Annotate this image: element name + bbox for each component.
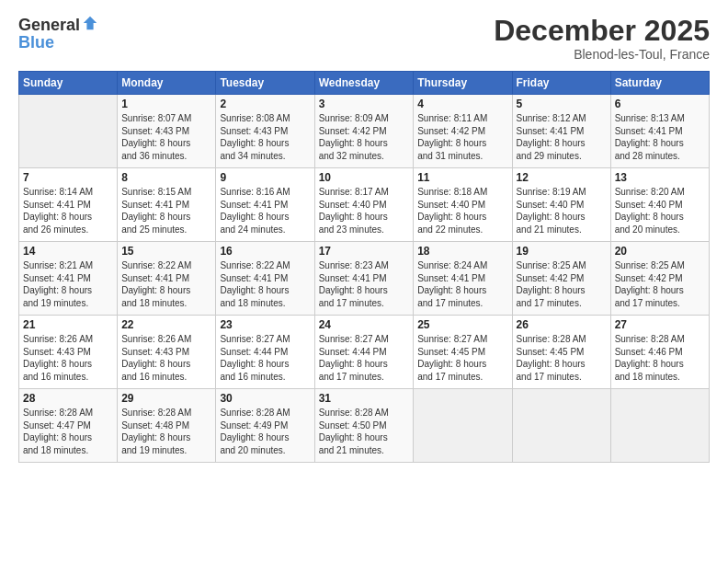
day-info: Sunrise: 8:27 AMSunset: 4:45 PMDaylight:… — [417, 333, 507, 383]
week-row-1: 7Sunrise: 8:14 AMSunset: 4:41 PMDaylight… — [19, 168, 710, 242]
week-row-2: 14Sunrise: 8:21 AMSunset: 4:41 PMDayligh… — [19, 242, 710, 316]
day-number: 13 — [615, 171, 705, 184]
calendar-cell — [19, 95, 118, 168]
day-number: 28 — [23, 392, 113, 405]
day-info: Sunrise: 8:28 AMSunset: 4:45 PMDaylight:… — [517, 333, 607, 383]
day-number: 29 — [121, 392, 211, 405]
calendar-cell: 13Sunrise: 8:20 AMSunset: 4:40 PMDayligh… — [610, 168, 709, 242]
day-number: 22 — [121, 318, 211, 331]
day-number: 2 — [220, 98, 310, 110]
logo: General Blue — [18, 15, 98, 52]
calendar-cell: 1Sunrise: 8:07 AMSunset: 4:43 PMDaylight… — [118, 95, 216, 168]
weekday-monday: Monday — [118, 72, 216, 95]
day-info: Sunrise: 8:28 AMSunset: 4:48 PMDaylight:… — [121, 407, 211, 456]
week-row-4: 28Sunrise: 8:28 AMSunset: 4:47 PMDayligh… — [19, 389, 710, 463]
day-info: Sunrise: 8:14 AMSunset: 4:41 PMDaylight:… — [23, 186, 113, 236]
day-number: 3 — [319, 98, 410, 110]
calendar-cell: 25Sunrise: 8:27 AMSunset: 4:45 PMDayligh… — [414, 316, 512, 389]
day-info: Sunrise: 8:08 AMSunset: 4:43 PMDaylight:… — [220, 112, 310, 162]
day-number: 16 — [220, 245, 310, 258]
day-number: 31 — [319, 392, 410, 405]
day-number: 12 — [517, 171, 607, 184]
weekday-friday: Friday — [512, 72, 610, 95]
day-info: Sunrise: 8:23 AMSunset: 4:41 PMDaylight:… — [319, 259, 410, 309]
calendar-cell: 18Sunrise: 8:24 AMSunset: 4:41 PMDayligh… — [414, 242, 512, 316]
day-info: Sunrise: 8:28 AMSunset: 4:49 PMDaylight:… — [220, 407, 310, 456]
svg-marker-0 — [84, 17, 97, 29]
calendar-cell: 22Sunrise: 8:26 AMSunset: 4:43 PMDayligh… — [118, 316, 216, 389]
calendar-cell: 14Sunrise: 8:21 AMSunset: 4:41 PMDayligh… — [19, 242, 118, 316]
calendar-cell: 8Sunrise: 8:15 AMSunset: 4:41 PMDaylight… — [118, 168, 216, 242]
day-info: Sunrise: 8:26 AMSunset: 4:43 PMDaylight:… — [121, 333, 211, 383]
calendar-cell: 7Sunrise: 8:14 AMSunset: 4:41 PMDaylight… — [19, 168, 118, 242]
calendar-cell: 4Sunrise: 8:11 AMSunset: 4:42 PMDaylight… — [414, 95, 512, 168]
day-number: 30 — [220, 392, 310, 405]
calendar-cell: 21Sunrise: 8:26 AMSunset: 4:43 PMDayligh… — [19, 316, 118, 389]
weekday-sunday: Sunday — [19, 72, 118, 95]
weekday-header-row: SundayMondayTuesdayWednesdayThursdayFrid… — [19, 72, 710, 95]
location: Blenod-les-Toul, France — [494, 47, 710, 62]
calendar-cell: 10Sunrise: 8:17 AMSunset: 4:40 PMDayligh… — [314, 168, 414, 242]
page: General Blue December 2025 Blenod-les-To… — [0, 0, 728, 563]
header: General Blue December 2025 Blenod-les-To… — [18, 15, 710, 62]
day-number: 25 — [417, 318, 507, 331]
day-info: Sunrise: 8:22 AMSunset: 4:41 PMDaylight:… — [220, 259, 310, 309]
day-number: 20 — [615, 245, 705, 258]
day-info: Sunrise: 8:24 AMSunset: 4:41 PMDaylight:… — [417, 259, 507, 309]
day-info: Sunrise: 8:27 AMSunset: 4:44 PMDaylight:… — [220, 333, 310, 383]
calendar-cell: 2Sunrise: 8:08 AMSunset: 4:43 PMDaylight… — [216, 95, 314, 168]
day-info: Sunrise: 8:07 AMSunset: 4:43 PMDaylight:… — [121, 112, 211, 162]
calendar-cell: 19Sunrise: 8:25 AMSunset: 4:42 PMDayligh… — [512, 242, 610, 316]
day-info: Sunrise: 8:15 AMSunset: 4:41 PMDaylight:… — [121, 186, 211, 236]
weekday-saturday: Saturday — [610, 72, 709, 95]
day-info: Sunrise: 8:26 AMSunset: 4:43 PMDaylight:… — [23, 333, 113, 383]
weekday-thursday: Thursday — [414, 72, 512, 95]
calendar-cell: 26Sunrise: 8:28 AMSunset: 4:45 PMDayligh… — [512, 316, 610, 389]
day-number: 23 — [220, 318, 310, 331]
day-info: Sunrise: 8:09 AMSunset: 4:42 PMDaylight:… — [319, 112, 410, 162]
calendar-cell: 9Sunrise: 8:16 AMSunset: 4:41 PMDaylight… — [216, 168, 314, 242]
day-number: 24 — [319, 318, 410, 331]
calendar-cell: 29Sunrise: 8:28 AMSunset: 4:48 PMDayligh… — [118, 389, 216, 463]
day-number: 4 — [417, 98, 507, 110]
day-info: Sunrise: 8:20 AMSunset: 4:40 PMDaylight:… — [615, 186, 705, 236]
day-info: Sunrise: 8:25 AMSunset: 4:42 PMDaylight:… — [517, 259, 607, 309]
calendar-cell: 6Sunrise: 8:13 AMSunset: 4:41 PMDaylight… — [610, 95, 709, 168]
week-row-3: 21Sunrise: 8:26 AMSunset: 4:43 PMDayligh… — [19, 316, 710, 389]
calendar-cell: 27Sunrise: 8:28 AMSunset: 4:46 PMDayligh… — [610, 316, 709, 389]
day-number: 5 — [517, 98, 607, 110]
calendar-cell: 15Sunrise: 8:22 AMSunset: 4:41 PMDayligh… — [118, 242, 216, 316]
day-info: Sunrise: 8:28 AMSunset: 4:50 PMDaylight:… — [319, 407, 410, 456]
calendar-cell — [512, 389, 610, 463]
calendar-cell: 31Sunrise: 8:28 AMSunset: 4:50 PMDayligh… — [314, 389, 414, 463]
day-number: 14 — [23, 245, 113, 258]
day-info: Sunrise: 8:25 AMSunset: 4:42 PMDaylight:… — [615, 259, 705, 309]
day-info: Sunrise: 8:21 AMSunset: 4:41 PMDaylight:… — [23, 259, 113, 309]
day-number: 19 — [517, 245, 607, 258]
logo-general-text: General — [18, 17, 80, 33]
day-info: Sunrise: 8:28 AMSunset: 4:47 PMDaylight:… — [23, 407, 113, 456]
calendar-cell: 17Sunrise: 8:23 AMSunset: 4:41 PMDayligh… — [314, 242, 414, 316]
calendar-cell: 28Sunrise: 8:28 AMSunset: 4:47 PMDayligh… — [19, 389, 118, 463]
title-area: December 2025 Blenod-les-Toul, France — [494, 15, 710, 62]
month-title: December 2025 — [494, 15, 710, 47]
day-number: 7 — [23, 171, 113, 184]
day-info: Sunrise: 8:13 AMSunset: 4:41 PMDaylight:… — [615, 112, 705, 162]
week-row-0: 1Sunrise: 8:07 AMSunset: 4:43 PMDaylight… — [19, 95, 710, 168]
weekday-wednesday: Wednesday — [314, 72, 414, 95]
calendar-cell: 20Sunrise: 8:25 AMSunset: 4:42 PMDayligh… — [610, 242, 709, 316]
day-number: 21 — [23, 318, 113, 331]
day-info: Sunrise: 8:18 AMSunset: 4:40 PMDaylight:… — [417, 186, 507, 236]
day-info: Sunrise: 8:12 AMSunset: 4:41 PMDaylight:… — [517, 112, 607, 162]
day-info: Sunrise: 8:17 AMSunset: 4:40 PMDaylight:… — [319, 186, 410, 236]
day-info: Sunrise: 8:22 AMSunset: 4:41 PMDaylight:… — [121, 259, 211, 309]
day-number: 17 — [319, 245, 410, 258]
day-info: Sunrise: 8:16 AMSunset: 4:41 PMDaylight:… — [220, 186, 310, 236]
day-info: Sunrise: 8:28 AMSunset: 4:46 PMDaylight:… — [615, 333, 705, 383]
day-number: 27 — [615, 318, 705, 331]
logo-icon — [82, 15, 98, 31]
calendar-cell — [414, 389, 512, 463]
calendar-cell — [610, 389, 709, 463]
calendar-cell: 24Sunrise: 8:27 AMSunset: 4:44 PMDayligh… — [314, 316, 414, 389]
day-number: 10 — [319, 171, 410, 184]
